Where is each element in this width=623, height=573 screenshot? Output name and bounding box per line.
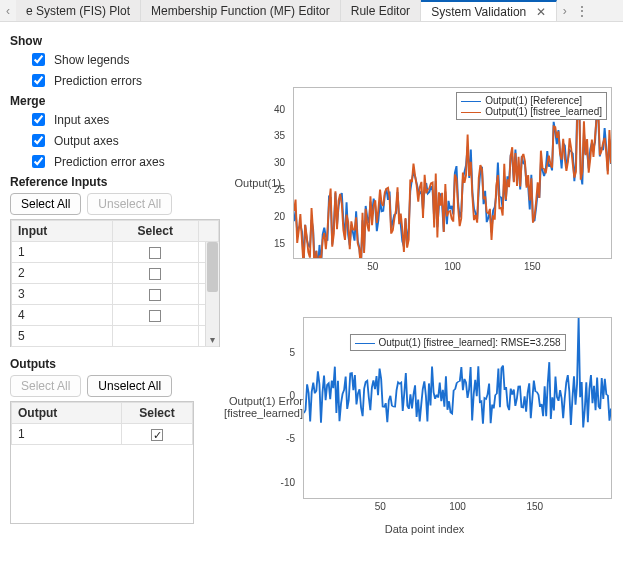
error-plot: Output(1) Error[fistree_learned] 5 0 -5 … [230, 310, 619, 540]
outputs-col-select: Select [122, 403, 193, 424]
tab-system-validation[interactable]: System Validation ✕ [421, 0, 557, 22]
outputs-table: Output Select 1 [10, 401, 194, 524]
input-cell: 1 [12, 242, 113, 263]
outputs-col-output: Output [12, 403, 122, 424]
table-row[interactable]: 5 [12, 326, 219, 347]
legend-line-icon [354, 343, 374, 344]
table-row[interactable]: 2 [12, 263, 219, 284]
input-select-checkbox[interactable] [149, 310, 161, 322]
scrollbar-thumb[interactable] [207, 242, 218, 292]
inputs-scrollbar[interactable]: ▾ [205, 242, 219, 346]
tab-system-validation-label: System Validation [431, 5, 526, 19]
inputs-select-all-button[interactable]: Select All [10, 193, 81, 215]
table-row[interactable]: 1 [12, 424, 193, 445]
merge-output-axes-checkbox[interactable] [32, 134, 45, 147]
tab-mf-editor[interactable]: Membership Function (MF) Editor [141, 0, 341, 22]
plot1-legend: Output(1) [Reference] Output(1) [fistree… [456, 92, 607, 120]
input-select-checkbox[interactable] [149, 247, 161, 259]
close-icon[interactable]: ✕ [536, 5, 546, 19]
plot2-xlabel: Data point index [231, 523, 618, 535]
tab-bar: ‹ e System (FIS) Plot Membership Functio… [0, 0, 623, 22]
merge-heading: Merge [10, 94, 220, 108]
chevron-down-icon[interactable]: ▾ [206, 332, 219, 346]
plot1-area[interactable]: Output(1) [Reference] Output(1) [fistree… [293, 87, 612, 259]
input-cell: 5 [12, 326, 113, 347]
legend-line-icon [461, 112, 481, 113]
plot2-area[interactable]: Output(1) [fistree_learned]: RMSE=3.258 [303, 317, 612, 499]
legend-label: Output(1) [Reference] [485, 95, 582, 106]
table-row[interactable]: 3 [12, 284, 219, 305]
merge-input-axes-checkbox[interactable] [32, 113, 45, 126]
reference-inputs-heading: Reference Inputs [10, 175, 220, 189]
tabs-scroll-right-icon[interactable]: › [557, 4, 573, 18]
prediction-errors-label: Prediction errors [54, 74, 142, 88]
output-select-checkbox[interactable] [151, 429, 163, 441]
plot1-yticks: 15 20 25 30 35 40 [231, 87, 289, 259]
table-row[interactable]: 1 [12, 242, 219, 263]
outputs-heading: Outputs [10, 357, 220, 371]
tabs-menu-icon[interactable]: ⋮ [573, 4, 591, 18]
output-cell: 1 [12, 424, 122, 445]
merge-input-axes-label: Input axes [54, 113, 109, 127]
table-row[interactable]: 4 [12, 305, 219, 326]
output-plot: Output(1) 15 20 25 30 35 40 Output(1) [R… [230, 80, 619, 290]
legend-line-icon [461, 101, 481, 102]
legend-label: Output(1) [fistree_learned] [485, 106, 602, 117]
input-cell: 4 [12, 305, 113, 326]
tab-rule-editor[interactable]: Rule Editor [341, 0, 421, 22]
show-legends-checkbox[interactable] [32, 53, 45, 66]
merge-pred-error-axes-label: Prediction error axes [54, 155, 165, 169]
inputs-col-input: Input [12, 221, 113, 242]
merge-output-axes-label: Output axes [54, 134, 119, 148]
merge-pred-error-axes-checkbox[interactable] [32, 155, 45, 168]
legend-label: Output(1) [fistree_learned]: RMSE=3.258 [378, 337, 560, 348]
inputs-col-select: Select [112, 221, 198, 242]
input-cell: 2 [12, 263, 113, 284]
input-select-checkbox[interactable] [149, 289, 161, 301]
input-cell: 3 [12, 284, 113, 305]
plot1-xticks: 50 100 150 [293, 261, 612, 275]
prediction-errors-checkbox[interactable] [32, 74, 45, 87]
plot2-yticks: 5 0 -5 -10 [243, 317, 299, 499]
tabs-scroll-left-icon[interactable]: ‹ [0, 4, 16, 18]
show-legends-label: Show legends [54, 53, 129, 67]
inputs-table: Input Select 1 2 3 4 5 ▾ [10, 219, 220, 347]
tab-fis-plot[interactable]: e System (FIS) Plot [16, 0, 141, 22]
plot2-xticks: 50 100 150 [303, 501, 612, 515]
plot2-legend: Output(1) [fistree_learned]: RMSE=3.258 [349, 334, 565, 351]
input-select-checkbox[interactable] [149, 268, 161, 280]
outputs-unselect-all-button[interactable]: Unselect All [87, 375, 172, 397]
outputs-select-all-button: Select All [10, 375, 81, 397]
show-heading: Show [10, 34, 220, 48]
inputs-unselect-all-button: Unselect All [87, 193, 172, 215]
